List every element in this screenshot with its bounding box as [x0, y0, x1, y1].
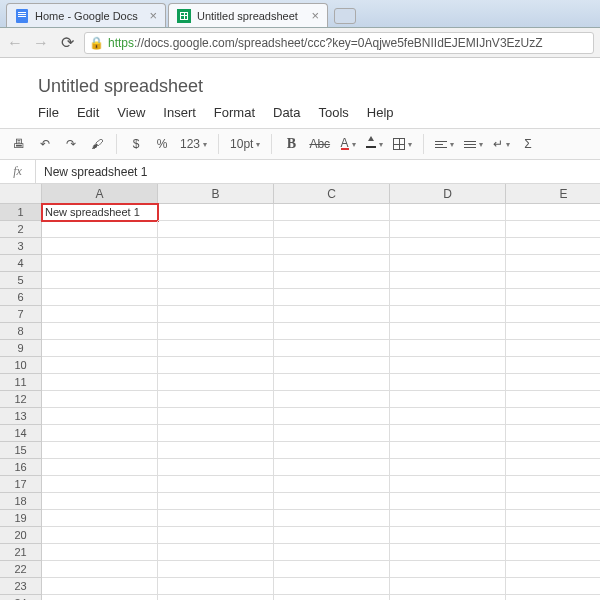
cell-E3[interactable] — [506, 238, 600, 255]
row-header-8[interactable]: 8 — [0, 323, 42, 340]
row-header-24[interactable]: 24 — [0, 595, 42, 600]
cell-D23[interactable] — [390, 578, 506, 595]
cell-D6[interactable] — [390, 289, 506, 306]
cell-C12[interactable] — [274, 391, 390, 408]
row-header-15[interactable]: 15 — [0, 442, 42, 459]
cell-D3[interactable] — [390, 238, 506, 255]
cell-C18[interactable] — [274, 493, 390, 510]
paint-format-button[interactable]: 🖌 — [86, 133, 108, 155]
print-button[interactable]: 🖶 — [8, 133, 30, 155]
cell-E1[interactable] — [506, 204, 600, 221]
row-header-14[interactable]: 14 — [0, 425, 42, 442]
cell-E11[interactable] — [506, 374, 600, 391]
cell-B8[interactable] — [158, 323, 274, 340]
row-header-3[interactable]: 3 — [0, 238, 42, 255]
cell-A6[interactable] — [42, 289, 158, 306]
wrap-dropdown[interactable]: ↵ — [490, 133, 513, 155]
row-header-6[interactable]: 6 — [0, 289, 42, 306]
cell-A8[interactable] — [42, 323, 158, 340]
menu-edit[interactable]: Edit — [77, 105, 99, 120]
menu-insert[interactable]: Insert — [163, 105, 196, 120]
row-header-10[interactable]: 10 — [0, 357, 42, 374]
row-header-9[interactable]: 9 — [0, 340, 42, 357]
cell-E12[interactable] — [506, 391, 600, 408]
row-header-7[interactable]: 7 — [0, 306, 42, 323]
cell-D11[interactable] — [390, 374, 506, 391]
cell-B17[interactable] — [158, 476, 274, 493]
cell-C16[interactable] — [274, 459, 390, 476]
cell-B7[interactable] — [158, 306, 274, 323]
cell-B5[interactable] — [158, 272, 274, 289]
cell-E17[interactable] — [506, 476, 600, 493]
cell-D8[interactable] — [390, 323, 506, 340]
cell-A11[interactable] — [42, 374, 158, 391]
column-header-E[interactable]: E — [506, 184, 600, 204]
cell-A12[interactable] — [42, 391, 158, 408]
cell-D2[interactable] — [390, 221, 506, 238]
close-icon[interactable]: × — [149, 8, 157, 23]
cell-D15[interactable] — [390, 442, 506, 459]
number-format-dropdown[interactable]: 123 — [177, 133, 210, 155]
cell-B1[interactable] — [158, 204, 274, 221]
cell-A20[interactable] — [42, 527, 158, 544]
cell-C5[interactable] — [274, 272, 390, 289]
cell-C20[interactable] — [274, 527, 390, 544]
cell-B13[interactable] — [158, 408, 274, 425]
menu-tools[interactable]: Tools — [318, 105, 348, 120]
cell-D13[interactable] — [390, 408, 506, 425]
cell-E23[interactable] — [506, 578, 600, 595]
cell-D10[interactable] — [390, 357, 506, 374]
column-header-C[interactable]: C — [274, 184, 390, 204]
cell-B11[interactable] — [158, 374, 274, 391]
cell-B14[interactable] — [158, 425, 274, 442]
cell-D17[interactable] — [390, 476, 506, 493]
cell-A17[interactable] — [42, 476, 158, 493]
cell-A9[interactable] — [42, 340, 158, 357]
cell-B10[interactable] — [158, 357, 274, 374]
cell-D20[interactable] — [390, 527, 506, 544]
cell-D7[interactable] — [390, 306, 506, 323]
cell-C24[interactable] — [274, 595, 390, 600]
format-currency-button[interactable]: $ — [125, 133, 147, 155]
v-align-dropdown[interactable] — [461, 133, 486, 155]
cell-A23[interactable] — [42, 578, 158, 595]
row-header-11[interactable]: 11 — [0, 374, 42, 391]
document-title-input[interactable]: Untitled spreadsheet — [38, 76, 600, 97]
cell-E10[interactable] — [506, 357, 600, 374]
cell-A2[interactable] — [42, 221, 158, 238]
cell-A24[interactable] — [42, 595, 158, 600]
cell-E9[interactable] — [506, 340, 600, 357]
cell-D21[interactable] — [390, 544, 506, 561]
font-size-dropdown[interactable]: 10pt — [227, 133, 263, 155]
formula-input[interactable]: New spreadsheet 1 — [36, 165, 147, 179]
cell-A1[interactable]: New spreadsheet 1 — [42, 204, 158, 221]
cell-D5[interactable] — [390, 272, 506, 289]
cell-D22[interactable] — [390, 561, 506, 578]
browser-tab-docs[interactable]: Home - Google Docs × — [6, 3, 166, 27]
cell-E2[interactable] — [506, 221, 600, 238]
cell-B21[interactable] — [158, 544, 274, 561]
cell-C7[interactable] — [274, 306, 390, 323]
cell-E14[interactable] — [506, 425, 600, 442]
cell-D24[interactable] — [390, 595, 506, 600]
cell-D4[interactable] — [390, 255, 506, 272]
reload-button[interactable]: ⟳ — [58, 33, 76, 52]
cell-C2[interactable] — [274, 221, 390, 238]
row-header-13[interactable]: 13 — [0, 408, 42, 425]
new-tab-button[interactable] — [334, 8, 356, 24]
cell-B23[interactable] — [158, 578, 274, 595]
cell-C13[interactable] — [274, 408, 390, 425]
cell-E6[interactable] — [506, 289, 600, 306]
cell-C23[interactable] — [274, 578, 390, 595]
cell-B12[interactable] — [158, 391, 274, 408]
cell-C21[interactable] — [274, 544, 390, 561]
cell-B2[interactable] — [158, 221, 274, 238]
cell-A18[interactable] — [42, 493, 158, 510]
row-header-20[interactable]: 20 — [0, 527, 42, 544]
cell-E5[interactable] — [506, 272, 600, 289]
cell-A13[interactable] — [42, 408, 158, 425]
cell-B22[interactable] — [158, 561, 274, 578]
cell-A7[interactable] — [42, 306, 158, 323]
cell-D18[interactable] — [390, 493, 506, 510]
cell-C10[interactable] — [274, 357, 390, 374]
